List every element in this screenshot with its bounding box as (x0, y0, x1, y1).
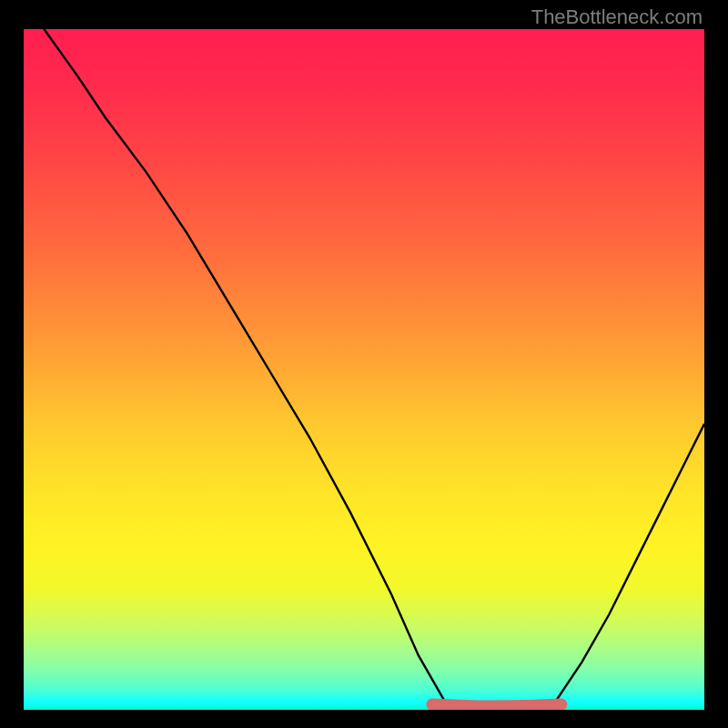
curve-line (44, 29, 704, 709)
chart-frame: TheBottleneck.com (0, 0, 728, 728)
chart-svg (24, 29, 704, 710)
plot-area (24, 29, 704, 710)
watermark-text: TheBottleneck.com (531, 5, 703, 29)
highlight-segment (432, 704, 561, 706)
